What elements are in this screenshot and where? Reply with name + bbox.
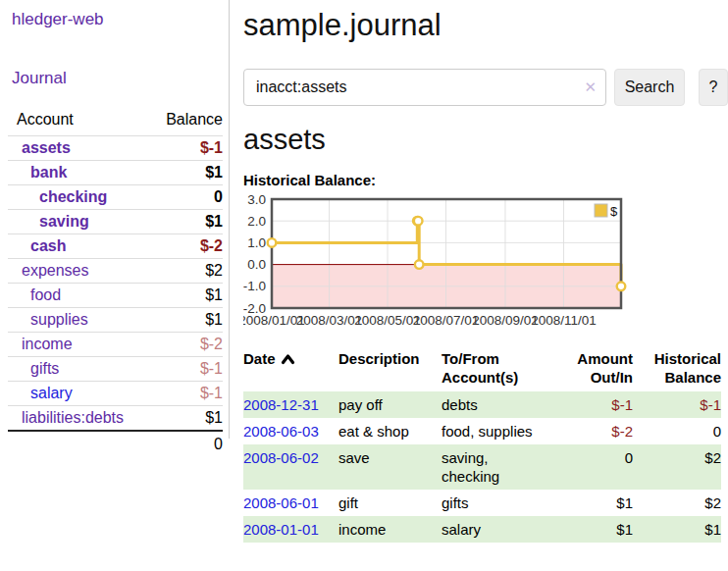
account-balance: $1 [205, 213, 223, 231]
y-axis-tick-label: 0.0 [247, 257, 266, 272]
column-header-label: Date [243, 350, 276, 367]
account-balance: $1 [205, 311, 223, 329]
help-button[interactable]: ? [699, 69, 728, 106]
date-cell: 2008-06-03 [243, 418, 338, 444]
sidebar: hledger-web Journal Account Balance asse… [0, 0, 229, 457]
account-row: saving$1 [8, 209, 223, 234]
column-header-description: Description [338, 345, 442, 391]
account-balance: $-1 [200, 360, 223, 378]
transaction-date-link[interactable]: 2008-06-03 [243, 423, 319, 440]
register-table-header: DateDescriptionTo/From Account(s)Amount … [243, 345, 721, 391]
historical-balance-chart: 3.02.01.00.0-1.0-2.02008/01/012008/03/01… [243, 192, 728, 330]
register-row: 2008-06-01giftgifts$1$2 [243, 490, 721, 516]
account-link[interactable]: checking [8, 188, 107, 206]
amount-cell: $1 [551, 516, 633, 543]
accounts-cell: salary [442, 516, 551, 543]
sort-ascending-icon [281, 353, 295, 365]
column-header-label: Amount Out/In [577, 350, 633, 386]
description-cell: eat & shop [338, 418, 442, 444]
transaction-date-link[interactable]: 2008-01-01 [243, 521, 319, 538]
accounts-total-row: 0 [8, 430, 223, 457]
column-header-amount-out-in: Amount Out/In [551, 345, 633, 391]
sidebar-divider [229, 0, 230, 439]
accounts-table: Account Balance assets$-1bank$1checking0… [8, 106, 223, 457]
accounts-cell: debts [442, 391, 551, 418]
register-row: 2008-12-31pay offdebts$-1$-1 [243, 391, 721, 418]
balance-cell: $1 [633, 516, 721, 543]
transaction-date-link[interactable]: 2008-12-31 [243, 396, 319, 413]
column-header-date[interactable]: Date [243, 345, 338, 391]
account-balance: $-2 [200, 336, 223, 353]
sidebar-item-journal[interactable]: Journal [12, 69, 229, 88]
data-point-marker [415, 260, 424, 269]
balance-cell: $2 [633, 490, 721, 516]
account-heading: assets [243, 124, 728, 156]
data-point-marker [617, 283, 626, 291]
date-cell: 2008-06-01 [243, 490, 338, 516]
page-title: sample.journal [243, 8, 728, 43]
account-link[interactable]: gifts [8, 360, 59, 378]
account-row: expenses$2 [8, 258, 223, 283]
date-cell: 2008-12-31 [243, 391, 338, 418]
account-balance: $-1 [200, 139, 223, 157]
x-axis-tick-label: 2008/05/01 [354, 313, 421, 328]
accounts-cell: food, supplies [442, 418, 551, 444]
date-cell: 2008-01-01 [243, 516, 338, 543]
app-title-link[interactable]: hledger-web [12, 10, 229, 29]
account-row: bank$1 [8, 160, 223, 184]
balance-cell: $2 [633, 444, 721, 490]
account-balance: $-2 [200, 237, 223, 255]
description-cell: pay off [338, 391, 442, 418]
account-link[interactable]: assets [8, 139, 71, 157]
account-balance: $1 [205, 164, 223, 182]
search-input[interactable] [243, 69, 606, 106]
account-row: liabilities:debts$1 [8, 405, 223, 430]
account-balance: $1 [205, 286, 223, 304]
account-row: checking0 [8, 184, 223, 209]
account-link[interactable]: food [8, 286, 61, 304]
y-axis-tick-label: 3.0 [247, 192, 266, 207]
amount-cell: $1 [551, 490, 633, 516]
amount-cell: 0 [551, 444, 633, 490]
description-cell: income [338, 516, 442, 543]
register-table: DateDescriptionTo/From Account(s)Amount … [243, 345, 721, 543]
balance-cell: 0 [633, 418, 721, 444]
account-balance: $1 [205, 409, 223, 427]
account-row: supplies$1 [8, 307, 223, 332]
register-row: 2008-01-01incomesalary$1$1 [243, 516, 721, 543]
search-button[interactable]: Search [614, 69, 685, 106]
account-link[interactable]: expenses [8, 262, 89, 280]
account-link[interactable]: cash [8, 237, 66, 255]
column-header-to-from-account-s: To/From Account(s) [442, 345, 551, 391]
y-axis-tick-label: -1.0 [243, 279, 266, 293]
column-header-label: Description [338, 350, 420, 367]
account-link[interactable]: liabilities:debts [8, 409, 124, 427]
account-link[interactable]: bank [8, 164, 67, 182]
transaction-date-link[interactable]: 2008-06-01 [243, 494, 319, 511]
amount-cell: $-2 [551, 418, 633, 444]
balance-cell: $-1 [633, 391, 721, 418]
account-link[interactable]: supplies [8, 311, 88, 329]
account-link[interactable]: income [8, 336, 73, 353]
account-balance: $2 [205, 262, 223, 280]
account-link[interactable]: salary [8, 385, 73, 402]
legend-label: $ [610, 204, 618, 219]
account-row: salary$-1 [8, 381, 223, 405]
register-row: 2008-06-03eat & shopfood, supplies$-20 [243, 418, 721, 444]
date-cell: 2008-06-02 [243, 444, 338, 490]
y-axis-tick-label: 2.0 [247, 214, 266, 229]
account-column-header: Account [17, 111, 74, 129]
description-cell: save [338, 444, 442, 490]
balance-chart-svg: 3.02.01.00.0-1.0-2.02008/01/012008/03/01… [243, 192, 628, 330]
transaction-date-link[interactable]: 2008-06-02 [243, 449, 319, 466]
chart-legend: $ [595, 204, 618, 219]
accounts-cell: gifts [442, 490, 551, 516]
account-row: income$-2 [8, 332, 223, 356]
account-row: gifts$-1 [8, 356, 223, 381]
account-link[interactable]: saving [8, 213, 89, 231]
accounts-table-header: Account Balance [8, 106, 223, 135]
account-row: cash$-2 [8, 234, 223, 258]
x-axis-tick-label: 2008/07/01 [413, 313, 480, 328]
clear-search-icon[interactable]: ✕ [584, 78, 597, 97]
accounts-cell: saving, checking [442, 444, 551, 490]
